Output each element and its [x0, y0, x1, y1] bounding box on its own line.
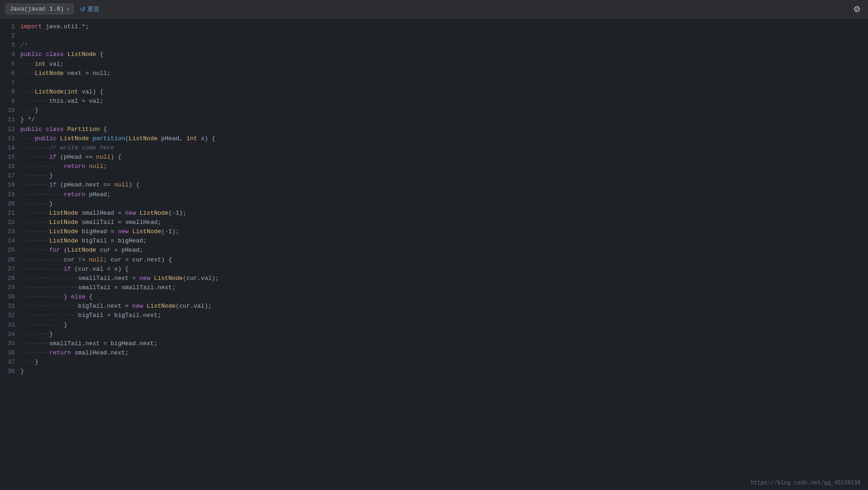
code-line: 36········return smallHead.next; — [4, 348, 868, 358]
line-code: ············return null; — [20, 162, 868, 171]
code-line: 14········// write code here — [4, 143, 868, 153]
line-code: ············return pHead; — [20, 190, 868, 199]
line-code: ········} — [20, 171, 868, 180]
code-line: 29················smallTail = smallTail.… — [4, 283, 868, 292]
line-number: 31 — [4, 302, 20, 311]
language-selector[interactable]: Java(javac 1.8) ▾ — [6, 4, 74, 14]
line-code: ········smallTail.next = bigHead.next; — [20, 339, 868, 348]
line-number: 14 — [4, 143, 20, 153]
line-code: ····public ListNode partition(ListNode p… — [20, 134, 868, 143]
code-line: 12public class Partition { — [4, 125, 868, 134]
code-editor[interactable]: 1import java.util.*;23/*4public class Li… — [0, 19, 868, 490]
line-number: 10 — [4, 106, 20, 115]
code-line: 2 — [4, 31, 868, 41]
line-number: 9 — [4, 97, 20, 106]
code-line: 23········ListNode bigHead = new ListNod… — [4, 227, 868, 236]
line-number: 13 — [4, 134, 20, 143]
line-number: 18 — [4, 180, 20, 190]
reset-button[interactable]: ↺ 重置 — [80, 5, 99, 13]
code-line: 38} — [4, 367, 868, 376]
line-number: 8 — [4, 87, 20, 97]
code-line: 35········smallTail.next = bigHead.next; — [4, 339, 868, 348]
line-code: ········} — [20, 330, 868, 339]
line-code: ········for (ListNode cur = pHead; — [20, 246, 868, 255]
line-number: 22 — [4, 218, 20, 227]
code-line: 19············return pHead; — [4, 190, 868, 199]
line-number: 1 — [4, 22, 20, 31]
code-line: 16············return null; — [4, 162, 868, 171]
line-code: ········ListNode bigTail = bigHead; — [20, 236, 868, 246]
code-line: 34········} — [4, 330, 868, 339]
code-line: 28················smallTail.next = new L… — [4, 274, 868, 283]
line-number: 25 — [4, 246, 20, 255]
line-code: /* — [20, 41, 868, 50]
line-number: 26 — [4, 255, 20, 265]
line-code: ········} — [20, 199, 868, 209]
line-number: 16 — [4, 162, 20, 171]
code-line: 3/* — [4, 41, 868, 50]
line-number: 2 — [4, 31, 20, 41]
settings-button[interactable]: ⚙ — [853, 4, 861, 14]
line-number: 15 — [4, 153, 20, 162]
code-line: 17········} — [4, 171, 868, 180]
line-code — [20, 78, 868, 87]
line-code: public class ListNode { — [20, 50, 868, 59]
line-code: ········// write code here — [20, 143, 868, 153]
line-number: 38 — [4, 367, 20, 376]
line-code: ········return smallHead.next; — [20, 348, 868, 358]
code-line: 13····public ListNode partition(ListNode… — [4, 134, 868, 143]
code-line: 6····ListNode next = null; — [4, 69, 868, 78]
chevron-down-icon: ▾ — [67, 6, 69, 12]
line-code: ····ListNode next = null; — [20, 69, 868, 78]
code-line: 18········if (pHead.next == null) { — [4, 180, 868, 190]
line-number: 36 — [4, 348, 20, 358]
line-number: 23 — [4, 227, 20, 236]
line-code: ····int val; — [20, 60, 868, 69]
line-code: ····} — [20, 106, 868, 115]
line-code: ····ListNode(int val) { — [20, 87, 868, 97]
line-code: } — [20, 367, 868, 376]
line-code: ········if (pHead.next == null) { — [20, 180, 868, 190]
line-number: 24 — [4, 236, 20, 246]
line-number: 35 — [4, 339, 20, 348]
code-line: 10····} — [4, 106, 868, 115]
code-area: 1import java.util.*;23/*4public class Li… — [0, 19, 868, 490]
code-line: 5····int val; — [4, 60, 868, 69]
line-number: 12 — [4, 125, 20, 134]
line-number: 5 — [4, 60, 20, 69]
line-number: 6 — [4, 69, 20, 78]
line-code: ············} else { — [20, 292, 868, 302]
code-line: 20········} — [4, 199, 868, 209]
line-code: ················bigTail = bigTail.next; — [20, 311, 868, 320]
line-code: ········this.val = val; — [20, 97, 868, 106]
code-line: 22········ListNode smallTail = smallHead… — [4, 218, 868, 227]
code-line: 25········for (ListNode cur = pHead; — [4, 246, 868, 255]
code-line: 15········if (pHead == null) { — [4, 153, 868, 162]
line-code: ········if (pHead == null) { — [20, 153, 868, 162]
language-label: Java(javac 1.8) — [10, 6, 64, 12]
line-code: ················smallTail = smallTail.ne… — [20, 283, 868, 292]
line-number: 33 — [4, 321, 20, 330]
line-code: ····} — [20, 358, 868, 367]
line-number: 30 — [4, 292, 20, 302]
gear-icon: ⚙ — [853, 5, 861, 14]
code-line: 9········this.val = val; — [4, 97, 868, 106]
line-number: 7 — [4, 78, 20, 87]
code-line: 8····ListNode(int val) { — [4, 87, 868, 97]
line-code: ········ListNode bigHead = new ListNode(… — [20, 227, 868, 236]
code-line: 30············} else { — [4, 292, 868, 302]
line-number: 4 — [4, 50, 20, 59]
code-line: 7 — [4, 78, 868, 87]
line-number: 3 — [4, 41, 20, 50]
code-line: 4public class ListNode { — [4, 50, 868, 59]
line-code: ········ListNode smallHead = new ListNod… — [20, 209, 868, 218]
reset-label: 重置 — [87, 5, 99, 13]
line-number: 17 — [4, 171, 20, 180]
code-line: 1import java.util.*; — [4, 22, 868, 31]
line-number: 19 — [4, 190, 20, 199]
code-line: 27············if (cur.val < x) { — [4, 265, 868, 274]
line-code — [20, 31, 868, 41]
line-number: 34 — [4, 330, 20, 339]
line-number: 32 — [4, 311, 20, 320]
code-line: 24········ListNode bigTail = bigHead; — [4, 236, 868, 246]
